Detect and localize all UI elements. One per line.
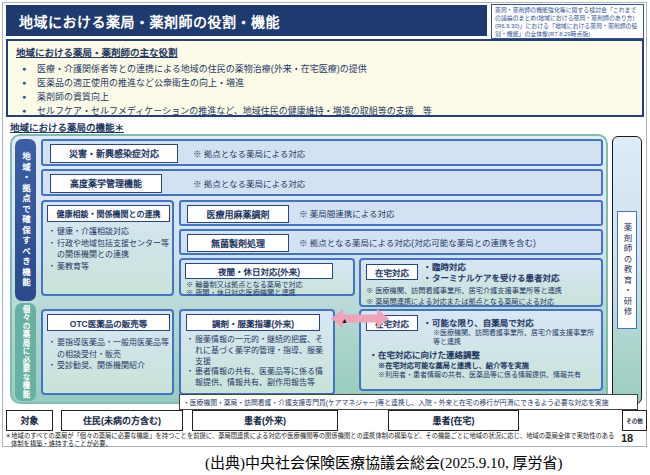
row-sterile-label: 無菌製剤処理 xyxy=(187,234,289,252)
row-narcotics: 医療用麻薬調剤 ※ 薬局間連携による対応 xyxy=(179,200,603,226)
home-care-note: ※ 医療機関、訪問看護事業所、居宅介護支援事業所等と連携 xyxy=(366,285,562,296)
page-number: 18 xyxy=(621,432,633,444)
home-care-item-text: ターミナルケアを受ける患者対応 xyxy=(432,273,560,284)
row-narcotics-remark: ※ 薬局間連携による対応 xyxy=(299,207,395,219)
main-role-text: 薬剤師の資質向上 xyxy=(37,90,634,104)
home-care-b-note: ※医療機関、訪問看護事業所、居宅介護支援事業所等と連携 xyxy=(433,328,597,346)
axis-regional-functions: 地域・拠点で確保すべき機能 xyxy=(15,139,36,301)
main-role-item: ● 医療・介護関係者等との連携による地域の住民の薬物治療(外来・在宅医療)の提供 xyxy=(16,62,634,76)
dot-icon: ・ xyxy=(48,337,57,360)
home-care-item: ・ターミナルケアを受ける患者対応 xyxy=(423,273,560,284)
axis-individual-functions: 個々の薬局に必要な機能 xyxy=(15,303,36,401)
home-care-note: ※ 薬局間連携による対応または拠点となる薬局による対応 xyxy=(366,296,562,307)
box-home-care-top: 在宅対応 ・臨時対応 ・ターミナルケアを受ける患者対応 ※ 医療機関、訪問看護事… xyxy=(359,258,603,307)
main-role-text: セルフケア・セルフメディケーションの推進など、地域住民の健康維持・増進の取組等の… xyxy=(37,104,634,118)
dispensing-item: ・患者情報の共有、医薬品等に係る情報提供、情報共有、副作用報告等 xyxy=(186,367,330,389)
bullet-icon: ● xyxy=(22,90,37,104)
row-advanced-mgmt: 高度薬学管理機能 ※ 拠点となる薬局による対応 xyxy=(41,169,603,196)
box-home-care-bottom: 在宅対応 ・ 可能な限り、自薬局で対応 ※医療機関、訪問看護事業所、居宅介護支援… xyxy=(359,309,603,391)
consult-item-text: 薬教育等 xyxy=(57,261,169,273)
target-header: 対象 xyxy=(6,410,53,431)
dot-icon: ・ xyxy=(423,316,432,328)
dot-icon: ・ xyxy=(48,360,57,372)
axis-label: 薬剤師の教育・研修 xyxy=(621,223,633,318)
otc-item: ・要指導医薬品・一般用医薬品等の相談受付・販売 xyxy=(48,337,169,360)
target-outpatients: 患者(外来) xyxy=(192,410,338,431)
consult-item: ・健康・介護相談対応 xyxy=(48,226,169,238)
box-otc-label: OTC医薬品の販売等 xyxy=(47,314,170,331)
otc-item-text: 要指導医薬品・一般用医薬品等の相談受付・販売 xyxy=(57,337,169,360)
row-sterile-remark: ※ 拠点となる薬局による対応(対応可能な薬局との連携を含む) xyxy=(299,236,536,248)
slide: 地域における薬局・薬剤師の役割・機能 薬局・薬剤師の機能強化等に関する検討会「こ… xyxy=(0,0,650,475)
box-health-consult-label: 健康相談・関係機関との連携 xyxy=(47,205,170,222)
otc-item-text: 受診勧奨、関係機関紹介 xyxy=(57,360,169,372)
triangle-marker-icon: ▲ xyxy=(341,317,348,324)
transition-note: ・医療機関・薬局・訪問看護・介護支援専門員(ケアマネジャー)等と連携し、入院・外… xyxy=(179,394,638,410)
box-dispensing: 調剤・服薬指導(外来) ・服薬情報の一元的・継続的把握、それに基づく薬学的管理・… xyxy=(179,309,335,395)
row-advanced-mgmt-remark: ※ 拠点となる薬局による対応 xyxy=(193,177,305,189)
dispensing-item: ・服薬情報の一元的・継続的把握、それに基づく薬学的管理・指導、服薬支援 xyxy=(186,335,330,367)
header-bar: 地域における薬局・薬剤師の役割・機能 xyxy=(6,5,487,36)
dot-icon: ・ xyxy=(48,226,57,238)
target-home-patients: 患者(在宅) xyxy=(388,410,519,431)
night-note: ※ 夜間・休日対応医療機関と連携 xyxy=(186,289,303,297)
footnote: ＊地域のすべての薬局が「個々の薬局に必要な機能」を持つことを前提に、薬局間連携に… xyxy=(5,432,619,448)
main-role-item: ● セルフケア・セルフメディケーションの推進など、地域住民の健康維持・増進の取組… xyxy=(16,104,634,118)
row-disaster-remark: ※ 拠点となる薬局による対応 xyxy=(193,147,305,159)
pharmacist-education-label: 薬剤師の教育・研修 xyxy=(617,211,637,329)
box-dispensing-label: 調剤・服薬指導(外来) xyxy=(186,314,320,331)
axis-label: 個々の薬局に必要な機能 xyxy=(20,305,31,399)
main-role-text: 医薬品の適正使用の推進など公衆衛生の向上・増進 xyxy=(37,76,634,90)
dot-icon: ・ xyxy=(423,262,432,273)
dot-icon: ・ xyxy=(48,261,57,273)
box-home-care-top-label: 在宅対応 xyxy=(366,264,418,280)
main-role-item: ● 薬剤師の資質向上 xyxy=(16,90,634,104)
box-health-consult: 健康相談・関係機関との連携 ・健康・介護相談対応 ・行政や地域包括支援センター等… xyxy=(41,200,174,296)
target-others: その他 xyxy=(622,410,647,431)
main-roles-title: 地域における薬局・薬剤師の主な役割 xyxy=(16,45,634,59)
bidirectional-arrow-icon xyxy=(330,307,390,330)
home-care-b-item: ・ 在宅対応に向けた連絡調整 xyxy=(369,348,480,360)
main-role-text: 医療・介護関係者等との連携による地域の住民の薬物治療(外来・在宅医療)の提供 xyxy=(37,62,634,76)
box-night-holiday-label: 夜間・休日対応(外来) xyxy=(185,263,333,279)
header-side-note: 薬局・薬剤師の機能強化等に関する検討会「これまでの議論のまとめ(地域における薬局… xyxy=(491,4,644,39)
bullet-icon: ● xyxy=(22,104,37,118)
target-residents: 住民(未病の方含む) xyxy=(61,410,183,431)
bullet-icon: ● xyxy=(22,62,37,76)
dispensing-item-text: 服薬情報の一元的・継続的把握、それに基づく薬学的管理・指導、服薬支援 xyxy=(195,335,330,367)
main-role-item: ● 医薬品の適正使用の推進など公衆衛生の向上・増進 xyxy=(16,76,634,90)
home-care-item-text: 臨時対応 xyxy=(432,262,560,273)
dot-icon: ・ xyxy=(423,273,432,284)
source-caption: (出典)中央社会保険医療協議会総会(2025.9.10, 厚労省) xyxy=(205,451,562,472)
main-roles-box: 地域における薬局・薬剤師の主な役割 ● 医療・介護関係者等との連携による地域の住… xyxy=(6,39,644,117)
home-care-b-note: ※利用者・患者情報の共有、医薬品等に係る情報提供、情報共有 xyxy=(378,370,583,379)
consult-item-text: 行政や地域包括支援センター等の関係機関との連携 xyxy=(57,238,169,261)
home-care-b-item: ・ 可能な限り、自薬局で対応 xyxy=(423,316,534,328)
home-care-b-note: ※在宅対応可能な薬局と連携し、紹介等を実施 xyxy=(378,360,529,370)
box-night-holiday: 夜間・休日対応(外来) ※ 輪番制又は拠点となる薬局で対応 ※ 夜間・休日対応医… xyxy=(179,258,355,296)
home-care-b-item-text: 可能な限り、自薬局で対応 xyxy=(432,316,534,328)
page-title: 地域における薬局・薬剤師の役割・機能 xyxy=(19,11,280,31)
dot-icon: ・ xyxy=(48,238,57,261)
box-otc: OTC医薬品の販売等 ・要指導医薬品・一般用医薬品等の相談受付・販売 ・受診勧奨… xyxy=(41,309,174,395)
row-sterile: 無菌製剤処理 ※ 拠点となる薬局による対応(対応可能な薬局との連携を含む) xyxy=(179,229,603,255)
dot-icon: ・ xyxy=(369,348,378,360)
home-care-b-item-text: 在宅対応に向けた連絡調整 xyxy=(378,348,480,360)
dot-icon: ・ xyxy=(186,367,195,389)
bullet-icon: ● xyxy=(22,76,37,90)
otc-item: ・受診勧奨、関係機関紹介 xyxy=(48,360,169,372)
axis-label: 地域・拠点で確保すべき機能 xyxy=(20,152,32,289)
home-care-item: ・臨時対応 xyxy=(423,262,560,273)
consult-item-text: 健康・介護相談対応 xyxy=(57,226,169,238)
functions-section-label: 地域における薬局の機能＊ xyxy=(10,120,124,134)
row-disaster: 災害・新興感染症対応 ※ 拠点となる薬局による対応 xyxy=(41,139,603,166)
consult-item: ・薬教育等 xyxy=(48,261,169,273)
row-advanced-mgmt-label: 高度薬学管理機能 xyxy=(50,174,162,193)
consult-item: ・行政や地域包括支援センター等の関係機関との連携 xyxy=(48,238,169,261)
dot-icon: ・ xyxy=(186,335,195,367)
pharmacist-education-column: 薬剤師の教育・研修 xyxy=(612,136,642,404)
dispensing-item-text: 患者情報の共有、医薬品等に係る情報提供、情報共有、副作用報告等 xyxy=(195,367,330,389)
row-narcotics-label: 医療用麻薬調剤 xyxy=(187,205,289,223)
row-disaster-label: 災害・新興感染症対応 xyxy=(50,144,178,163)
